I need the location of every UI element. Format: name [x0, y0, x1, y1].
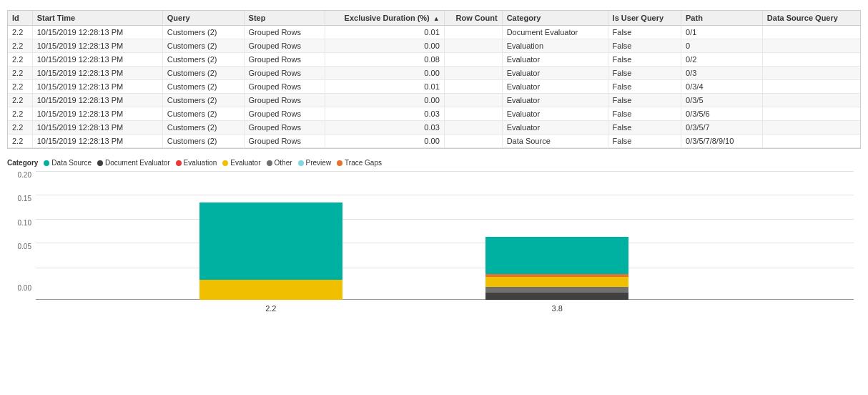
table-row: 2.2 10/15/2019 12:28:13 PM Customers (2)… [8, 39, 860, 53]
col-header-isuserquery[interactable]: Is User Query [608, 11, 681, 26]
cell-category: Evaluation [502, 39, 608, 53]
cell-category: Evaluator [502, 94, 608, 107]
cell-path: 0/3/5/7/8/9/10 [681, 135, 763, 148]
cell-starttime: 10/15/2019 12:28:13 PM [32, 26, 162, 39]
cell-isuserquery: False [608, 26, 681, 39]
cell-starttime: 10/15/2019 12:28:13 PM [32, 80, 162, 94]
col-header-dsquery[interactable]: Data Source Query [762, 11, 860, 26]
cell-id: 2.2 [8, 67, 32, 80]
cell-rowcount [444, 26, 502, 39]
cell-dsquery [762, 121, 860, 135]
cell-id: 2.2 [8, 39, 32, 53]
cell-exclduration: 0.00 [325, 39, 444, 53]
cell-exclduration: 0.03 [325, 121, 444, 135]
cell-rowcount [444, 107, 502, 121]
cell-isuserquery: False [608, 121, 681, 135]
cell-starttime: 10/15/2019 12:28:13 PM [32, 135, 162, 148]
cell-starttime: 10/15/2019 12:28:13 PM [32, 107, 162, 121]
legend-item: Evaluation [176, 159, 217, 167]
cell-exclduration: 0.00 [325, 94, 444, 107]
cell-isuserquery: False [608, 39, 681, 53]
cell-id: 2.2 [8, 121, 32, 135]
table-row: 2.2 10/15/2019 12:28:13 PM Customers (2)… [8, 80, 860, 94]
legend-dot [222, 160, 228, 166]
cell-path: 0/3/4 [681, 80, 763, 94]
table-row: 2.2 10/15/2019 12:28:13 PM Customers (2)… [8, 26, 860, 39]
cell-path: 0/3/5/7 [681, 121, 763, 135]
legend-item-label: Evaluator [230, 159, 260, 167]
cell-path: 0/3/5/6 [681, 107, 763, 121]
col-header-query[interactable]: Query [162, 11, 244, 26]
cell-id: 2.2 [8, 53, 32, 67]
cell-id: 2.2 [8, 80, 32, 94]
cell-step: Grouped Rows [244, 107, 325, 121]
cell-query: Customers (2) [162, 121, 244, 135]
cell-id: 2.2 [8, 94, 32, 107]
cell-starttime: 10/15/2019 12:28:13 PM [32, 121, 162, 135]
col-header-rowcount[interactable]: Row Count [444, 11, 502, 26]
cell-path: 0/1 [681, 26, 763, 39]
cell-rowcount [444, 67, 502, 80]
legend-dot [97, 160, 103, 166]
cell-step: Grouped Rows [244, 53, 325, 67]
bars-area: 2.23.8 [36, 171, 854, 300]
cell-exclduration: 0.00 [325, 135, 444, 148]
cell-isuserquery: False [608, 53, 681, 67]
col-header-id[interactable]: Id [8, 11, 32, 26]
cell-rowcount [444, 80, 502, 94]
legend-item: Other [267, 159, 292, 167]
col-header-exclduration[interactable]: Exclusive Duration (%) ▲ [325, 11, 444, 26]
cell-isuserquery: False [608, 80, 681, 94]
cell-dsquery [762, 80, 860, 94]
bar-segment-other [485, 287, 628, 293]
table-row: 2.2 10/15/2019 12:28:13 PM Customers (2)… [8, 107, 860, 121]
table-row: 2.2 10/15/2019 12:28:13 PM Customers (2)… [8, 121, 860, 135]
chart-area: 0.20 0.15 0.10 0.05 0.00 2.23.8 [7, 171, 861, 314]
cell-query: Customers (2) [162, 26, 244, 39]
cell-dsquery [762, 107, 860, 121]
chart-legend: Category Data SourceDocument EvaluatorEv… [7, 159, 861, 167]
cell-starttime: 10/15/2019 12:28:13 PM [32, 94, 162, 107]
cell-rowcount [444, 39, 502, 53]
cell-starttime: 10/15/2019 12:28:13 PM [32, 53, 162, 67]
bar-segment-data-source [485, 237, 628, 274]
cell-category: Evaluator [502, 67, 608, 80]
cell-id: 2.2 [8, 107, 32, 121]
col-header-category[interactable]: Category [502, 11, 608, 26]
col-header-path[interactable]: Path [681, 11, 763, 26]
legend-item-label: Evaluation [184, 159, 217, 167]
legend-dot [44, 160, 49, 166]
bar-group-label: 2.2 [199, 304, 342, 313]
legend-category-label: Category [7, 159, 38, 167]
bar-segment-data-source [199, 203, 342, 280]
cell-starttime: 10/15/2019 12:28:13 PM [32, 67, 162, 80]
col-header-starttime[interactable]: Start Time [32, 11, 162, 26]
cell-query: Customers (2) [162, 39, 244, 53]
cell-exclduration: 0.01 [325, 80, 444, 94]
legend-item: Preview [298, 159, 332, 167]
cell-dsquery [762, 39, 860, 53]
cell-category: Evaluator [502, 121, 608, 135]
cell-dsquery [762, 53, 860, 67]
cell-category: Data Source [502, 135, 608, 148]
page-container: Id Start Time Query Step Exclusive Durat… [0, 0, 868, 320]
legend-dot [298, 160, 304, 166]
sort-arrow-excl: ▲ [433, 15, 440, 22]
table-body: 2.2 10/15/2019 12:28:13 PM Customers (2)… [8, 26, 860, 148]
legend-dot [267, 160, 272, 166]
cell-rowcount [444, 53, 502, 67]
legend-item-label: Document Evaluator [105, 159, 170, 167]
legend-item: Evaluator [222, 159, 260, 167]
col-header-step[interactable]: Step [244, 11, 325, 26]
cell-rowcount [444, 135, 502, 148]
traces-table-container[interactable]: Id Start Time Query Step Exclusive Durat… [7, 10, 861, 149]
legend-dot [176, 160, 182, 166]
cell-query: Customers (2) [162, 107, 244, 121]
chart-inner: 2.23.8 [36, 171, 854, 300]
cell-category: Evaluator [502, 80, 608, 94]
cell-exclduration: 0.08 [325, 53, 444, 67]
table-row: 2.2 10/15/2019 12:28:13 PM Customers (2)… [8, 135, 860, 148]
y-label-010: 0.10 [18, 219, 31, 227]
bar-group: 2.2 [199, 203, 342, 300]
cell-category: Evaluator [502, 107, 608, 121]
